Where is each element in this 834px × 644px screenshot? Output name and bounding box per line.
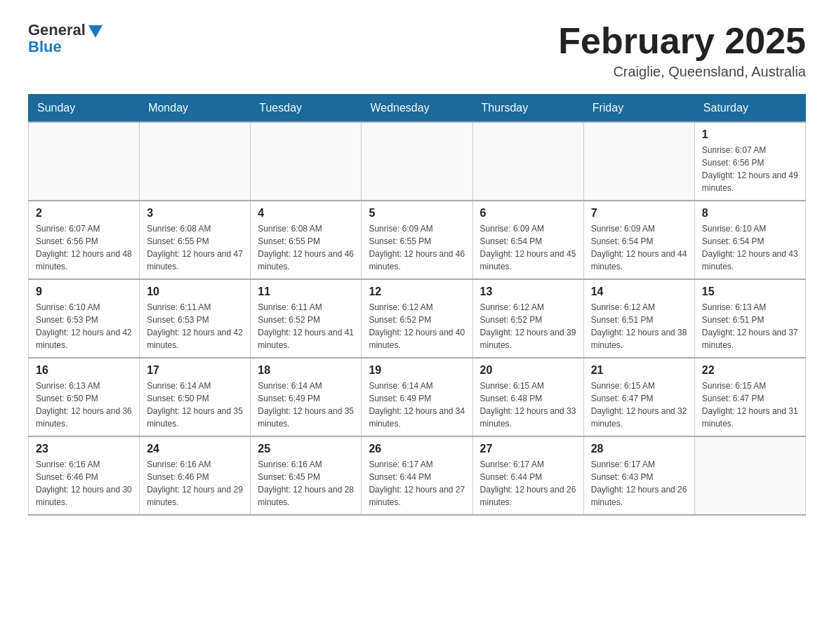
calendar-cell: 20Sunrise: 6:15 AM Sunset: 6:48 PM Dayli… <box>472 358 583 436</box>
calendar-cell: 16Sunrise: 6:13 AM Sunset: 6:50 PM Dayli… <box>29 358 140 436</box>
day-number: 14 <box>591 286 687 298</box>
day-info: Sunrise: 6:07 AM Sunset: 6:56 PM Dayligh… <box>702 144 798 194</box>
day-info: Sunrise: 6:14 AM Sunset: 6:49 PM Dayligh… <box>369 380 465 430</box>
day-number: 19 <box>369 364 465 377</box>
calendar-week-2: 2Sunrise: 6:07 AM Sunset: 6:56 PM Daylig… <box>29 201 806 279</box>
calendar-cell: 9Sunrise: 6:10 AM Sunset: 6:53 PM Daylig… <box>29 279 140 358</box>
day-number: 18 <box>258 364 354 377</box>
day-info: Sunrise: 6:17 AM Sunset: 6:44 PM Dayligh… <box>369 458 465 509</box>
day-number: 20 <box>480 364 576 377</box>
calendar-week-3: 9Sunrise: 6:10 AM Sunset: 6:53 PM Daylig… <box>29 279 806 358</box>
calendar-week-5: 23Sunrise: 6:16 AM Sunset: 6:46 PM Dayli… <box>29 436 806 515</box>
day-info: Sunrise: 6:13 AM Sunset: 6:51 PM Dayligh… <box>702 301 798 351</box>
day-number: 1 <box>702 128 798 141</box>
title-section: February 2025 Craiglie, Queensland, Aust… <box>558 21 806 80</box>
day-info: Sunrise: 6:09 AM Sunset: 6:54 PM Dayligh… <box>480 222 576 273</box>
calendar-cell: 14Sunrise: 6:12 AM Sunset: 6:51 PM Dayli… <box>583 279 694 358</box>
calendar-cell <box>29 122 140 201</box>
day-header-thursday: Thursday <box>472 95 583 123</box>
calendar-cell <box>583 122 694 201</box>
month-title: February 2025 <box>558 21 806 61</box>
day-info: Sunrise: 6:17 AM Sunset: 6:44 PM Dayligh… <box>480 458 576 509</box>
day-info: Sunrise: 6:13 AM Sunset: 6:50 PM Dayligh… <box>36 380 132 430</box>
day-info: Sunrise: 6:10 AM Sunset: 6:53 PM Dayligh… <box>36 301 132 351</box>
day-info: Sunrise: 6:12 AM Sunset: 6:52 PM Dayligh… <box>480 301 576 351</box>
calendar-cell: 10Sunrise: 6:11 AM Sunset: 6:53 PM Dayli… <box>140 279 251 358</box>
day-number: 4 <box>258 207 354 220</box>
calendar-cell: 18Sunrise: 6:14 AM Sunset: 6:49 PM Dayli… <box>251 358 362 436</box>
calendar-cell: 21Sunrise: 6:15 AM Sunset: 6:47 PM Dayli… <box>583 358 694 436</box>
calendar-cell: 19Sunrise: 6:14 AM Sunset: 6:49 PM Dayli… <box>362 358 472 436</box>
calendar-cell <box>694 436 805 515</box>
day-header-monday: Monday <box>140 95 251 123</box>
day-info: Sunrise: 6:12 AM Sunset: 6:52 PM Dayligh… <box>369 301 465 351</box>
day-info: Sunrise: 6:11 AM Sunset: 6:53 PM Dayligh… <box>147 301 243 351</box>
day-info: Sunrise: 6:10 AM Sunset: 6:54 PM Dayligh… <box>702 222 798 273</box>
calendar-cell <box>472 122 583 201</box>
calendar-cell: 8Sunrise: 6:10 AM Sunset: 6:54 PM Daylig… <box>694 201 805 279</box>
calendar-cell: 25Sunrise: 6:16 AM Sunset: 6:45 PM Dayli… <box>251 436 362 515</box>
day-number: 13 <box>480 286 576 298</box>
calendar-cell: 24Sunrise: 6:16 AM Sunset: 6:46 PM Dayli… <box>140 436 251 515</box>
logo-triangle-icon <box>88 25 102 38</box>
page-header: General Blue February 2025 Craiglie, Que… <box>28 21 806 80</box>
day-number: 21 <box>591 364 687 377</box>
calendar-cell: 23Sunrise: 6:16 AM Sunset: 6:46 PM Dayli… <box>29 436 140 515</box>
day-number: 8 <box>702 207 798 220</box>
day-header-friday: Friday <box>583 95 694 123</box>
day-header-tuesday: Tuesday <box>251 95 362 123</box>
calendar-cell: 12Sunrise: 6:12 AM Sunset: 6:52 PM Dayli… <box>362 279 472 358</box>
calendar-cell: 28Sunrise: 6:17 AM Sunset: 6:43 PM Dayli… <box>583 436 694 515</box>
day-number: 12 <box>369 286 465 298</box>
calendar-cell: 2Sunrise: 6:07 AM Sunset: 6:56 PM Daylig… <box>29 201 140 279</box>
day-info: Sunrise: 6:14 AM Sunset: 6:49 PM Dayligh… <box>258 380 354 430</box>
day-number: 5 <box>369 207 465 220</box>
calendar-table: SundayMondayTuesdayWednesdayThursdayFrid… <box>28 94 806 516</box>
day-info: Sunrise: 6:09 AM Sunset: 6:55 PM Dayligh… <box>369 222 465 273</box>
calendar-cell: 4Sunrise: 6:08 AM Sunset: 6:55 PM Daylig… <box>251 201 362 279</box>
day-info: Sunrise: 6:09 AM Sunset: 6:54 PM Dayligh… <box>591 222 687 273</box>
days-of-week-row: SundayMondayTuesdayWednesdayThursdayFrid… <box>29 95 806 123</box>
calendar-cell: 1Sunrise: 6:07 AM Sunset: 6:56 PM Daylig… <box>694 122 805 201</box>
day-number: 24 <box>147 443 243 455</box>
calendar-cell: 3Sunrise: 6:08 AM Sunset: 6:55 PM Daylig… <box>140 201 251 279</box>
day-header-saturday: Saturday <box>694 95 805 123</box>
day-info: Sunrise: 6:15 AM Sunset: 6:47 PM Dayligh… <box>702 380 798 430</box>
calendar-cell <box>362 122 472 201</box>
logo-blue-text: Blue <box>28 38 62 56</box>
calendar-cell: 11Sunrise: 6:11 AM Sunset: 6:52 PM Dayli… <box>251 279 362 358</box>
calendar-cell: 6Sunrise: 6:09 AM Sunset: 6:54 PM Daylig… <box>472 201 583 279</box>
day-number: 27 <box>480 443 576 455</box>
day-number: 25 <box>258 443 354 455</box>
calendar-cell: 7Sunrise: 6:09 AM Sunset: 6:54 PM Daylig… <box>583 201 694 279</box>
day-info: Sunrise: 6:16 AM Sunset: 6:46 PM Dayligh… <box>36 458 132 509</box>
day-info: Sunrise: 6:15 AM Sunset: 6:48 PM Dayligh… <box>480 380 576 430</box>
day-number: 26 <box>369 443 465 455</box>
calendar-cell: 26Sunrise: 6:17 AM Sunset: 6:44 PM Dayli… <box>362 436 472 515</box>
calendar-cell <box>140 122 251 201</box>
day-number: 28 <box>591 443 687 455</box>
calendar-week-4: 16Sunrise: 6:13 AM Sunset: 6:50 PM Dayli… <box>29 358 806 436</box>
calendar-cell: 5Sunrise: 6:09 AM Sunset: 6:55 PM Daylig… <box>362 201 472 279</box>
calendar-cell: 27Sunrise: 6:17 AM Sunset: 6:44 PM Dayli… <box>472 436 583 515</box>
calendar-cell: 15Sunrise: 6:13 AM Sunset: 6:51 PM Dayli… <box>694 279 805 358</box>
logo-general-text: General <box>28 21 86 39</box>
day-info: Sunrise: 6:15 AM Sunset: 6:47 PM Dayligh… <box>591 380 687 430</box>
calendar-cell <box>251 122 362 201</box>
day-info: Sunrise: 6:11 AM Sunset: 6:52 PM Dayligh… <box>258 301 354 351</box>
day-info: Sunrise: 6:17 AM Sunset: 6:43 PM Dayligh… <box>591 458 687 509</box>
calendar-cell: 17Sunrise: 6:14 AM Sunset: 6:50 PM Dayli… <box>140 358 251 436</box>
day-number: 2 <box>36 207 132 220</box>
calendar-cell: 22Sunrise: 6:15 AM Sunset: 6:47 PM Dayli… <box>694 358 805 436</box>
day-info: Sunrise: 6:16 AM Sunset: 6:45 PM Dayligh… <box>258 458 354 509</box>
day-number: 23 <box>36 443 132 455</box>
day-info: Sunrise: 6:16 AM Sunset: 6:46 PM Dayligh… <box>147 458 243 509</box>
day-info: Sunrise: 6:07 AM Sunset: 6:56 PM Dayligh… <box>36 222 132 273</box>
day-info: Sunrise: 6:12 AM Sunset: 6:51 PM Dayligh… <box>591 301 687 351</box>
day-info: Sunrise: 6:14 AM Sunset: 6:50 PM Dayligh… <box>147 380 243 430</box>
calendar-body: 1Sunrise: 6:07 AM Sunset: 6:56 PM Daylig… <box>29 122 806 515</box>
calendar-week-1: 1Sunrise: 6:07 AM Sunset: 6:56 PM Daylig… <box>29 122 806 201</box>
location-text: Craiglie, Queensland, Australia <box>558 64 806 80</box>
calendar-header: SundayMondayTuesdayWednesdayThursdayFrid… <box>29 95 806 123</box>
calendar-cell: 13Sunrise: 6:12 AM Sunset: 6:52 PM Dayli… <box>472 279 583 358</box>
